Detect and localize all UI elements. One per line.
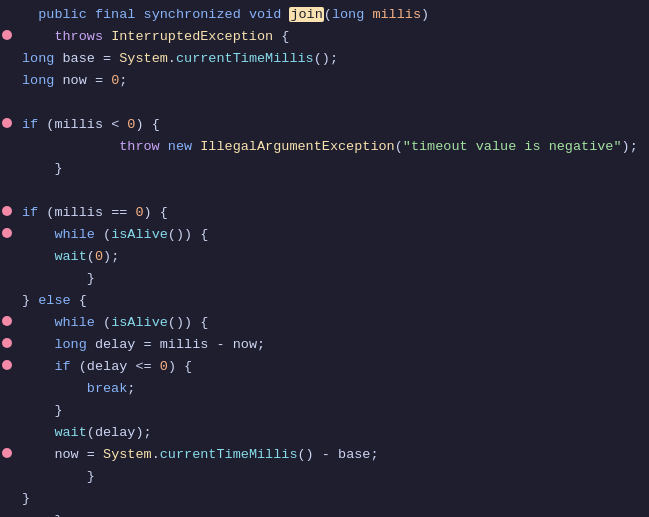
eq-3: = bbox=[144, 337, 152, 352]
brace-if2: { bbox=[160, 205, 168, 220]
kw-synchronized: synchronized bbox=[144, 7, 241, 22]
param-millis: millis bbox=[372, 7, 421, 22]
line-content-4: long now = 0; bbox=[14, 70, 649, 92]
lte-1: <= bbox=[135, 359, 151, 374]
paren-if1b: ) bbox=[135, 117, 143, 132]
num-0c: 0 bbox=[135, 205, 143, 220]
str-timeout: "timeout value is negative" bbox=[403, 139, 622, 154]
line-content-23: } bbox=[14, 488, 649, 510]
line-content-3: long base = System.currentTimeMillis(); bbox=[14, 48, 649, 70]
brace-close-5: } bbox=[22, 491, 30, 506]
eqeq-1: == bbox=[111, 205, 127, 220]
line-content-9 bbox=[14, 180, 649, 202]
kw-long-3: long bbox=[54, 337, 86, 352]
breakpoint-dot-15 bbox=[2, 316, 12, 326]
code-line-7: throw new IllegalArgumentException("time… bbox=[0, 136, 649, 158]
code-line-4: long now = 0; bbox=[0, 70, 649, 92]
kw-long: long bbox=[332, 7, 364, 22]
gutter-17 bbox=[0, 360, 14, 370]
code-line-15: while (isAlive()) { bbox=[0, 312, 649, 334]
kw-long-1: long bbox=[22, 51, 54, 66]
brace-close-6: } bbox=[54, 513, 62, 517]
paren-wait2b: ); bbox=[135, 425, 151, 440]
brace-close-3: } bbox=[54, 403, 62, 418]
millis-2: millis bbox=[54, 205, 103, 220]
parens-2: () bbox=[298, 447, 314, 462]
kw-else: else bbox=[38, 293, 70, 308]
code-line-17: if (delay <= 0) { bbox=[0, 356, 649, 378]
line-content-2: throws InterruptedException { bbox=[14, 26, 649, 48]
kw-public: public bbox=[38, 7, 87, 22]
breakpoint-dot-21 bbox=[2, 448, 12, 458]
var-delay-2: delay bbox=[87, 359, 128, 374]
code-line-16: long delay = millis - now; bbox=[0, 334, 649, 356]
line-content-13: } bbox=[14, 268, 649, 290]
paren-if3: ( bbox=[79, 359, 87, 374]
line-content-15: while (isAlive()) { bbox=[14, 312, 649, 334]
gutter-15 bbox=[0, 316, 14, 326]
kw-if-3: if bbox=[54, 359, 70, 374]
paren-iae-close: ); bbox=[622, 139, 638, 154]
paren-w2b: ()) bbox=[168, 315, 192, 330]
line-content-7: throw new IllegalArgumentException("time… bbox=[14, 136, 649, 158]
minus-2: - bbox=[322, 447, 330, 462]
paren-w1b: ()) bbox=[168, 227, 192, 242]
code-line-10: if (millis == 0) { bbox=[0, 202, 649, 224]
var-delay: delay bbox=[95, 337, 136, 352]
code-line-8: } bbox=[0, 158, 649, 180]
method-ctm: currentTimeMillis bbox=[176, 51, 314, 66]
code-line-20: wait(delay); bbox=[0, 422, 649, 444]
kw-throw: throw bbox=[119, 139, 160, 154]
paren-if2b: ) bbox=[144, 205, 152, 220]
paren-wait2: ( bbox=[87, 425, 95, 440]
gutter-16 bbox=[0, 338, 14, 348]
gutter-2 bbox=[0, 30, 14, 40]
brace-if3: { bbox=[184, 359, 192, 374]
exception-class: InterruptedException bbox=[111, 29, 273, 44]
brace-close-2: } bbox=[87, 271, 95, 286]
breakpoint-dot-6 bbox=[2, 118, 12, 128]
brace-w2: { bbox=[200, 315, 208, 330]
kw-void: void bbox=[249, 7, 281, 22]
parens-1: (); bbox=[314, 51, 338, 66]
kw-final: final bbox=[95, 7, 136, 22]
code-line-19: } bbox=[0, 400, 649, 422]
dot-2: . bbox=[152, 447, 160, 462]
line-content-20: wait(delay); bbox=[14, 422, 649, 444]
var-now-2: now bbox=[233, 337, 257, 352]
brace-else-2: { bbox=[79, 293, 87, 308]
var-base: base bbox=[63, 51, 95, 66]
line-content-6: if (millis < 0) { bbox=[14, 114, 649, 136]
line-content-22: } bbox=[14, 466, 649, 488]
line-content-18: break; bbox=[14, 378, 649, 400]
code-editor: public final synchronized void join(long… bbox=[0, 0, 649, 517]
punct-2: ) bbox=[421, 7, 429, 22]
paren-if3b: ) bbox=[168, 359, 176, 374]
paren-wait1: ( bbox=[87, 249, 95, 264]
line-content-10: if (millis == 0) { bbox=[14, 202, 649, 224]
line-content-5 bbox=[14, 92, 649, 114]
breakpoint-dot-10 bbox=[2, 206, 12, 216]
code-line-12: wait(0); bbox=[0, 246, 649, 268]
paren-w1: ( bbox=[103, 227, 111, 242]
eq-4: = bbox=[87, 447, 95, 462]
kw-while-2: while bbox=[54, 315, 95, 330]
gutter-11 bbox=[0, 228, 14, 238]
code-line-22: } bbox=[0, 466, 649, 488]
breakpoint-dot-17 bbox=[2, 360, 12, 370]
code-line-2: throws InterruptedException { bbox=[0, 26, 649, 48]
kw-while-1: while bbox=[54, 227, 95, 242]
gutter-6 bbox=[0, 118, 14, 128]
code-line-11: while (isAlive()) { bbox=[0, 224, 649, 246]
line-content-11: while (isAlive()) { bbox=[14, 224, 649, 246]
gutter-10 bbox=[0, 206, 14, 216]
system-class: System bbox=[119, 51, 168, 66]
semi-2: ; bbox=[257, 337, 265, 352]
kw-break: break bbox=[87, 381, 128, 396]
method-wait-2: wait bbox=[54, 425, 86, 440]
code-line-18: break; bbox=[0, 378, 649, 400]
eq-2: = bbox=[95, 73, 103, 88]
eq-1: = bbox=[103, 51, 111, 66]
var-delay-3: delay bbox=[95, 425, 136, 440]
code-line-3: long base = System.currentTimeMillis(); bbox=[0, 48, 649, 70]
